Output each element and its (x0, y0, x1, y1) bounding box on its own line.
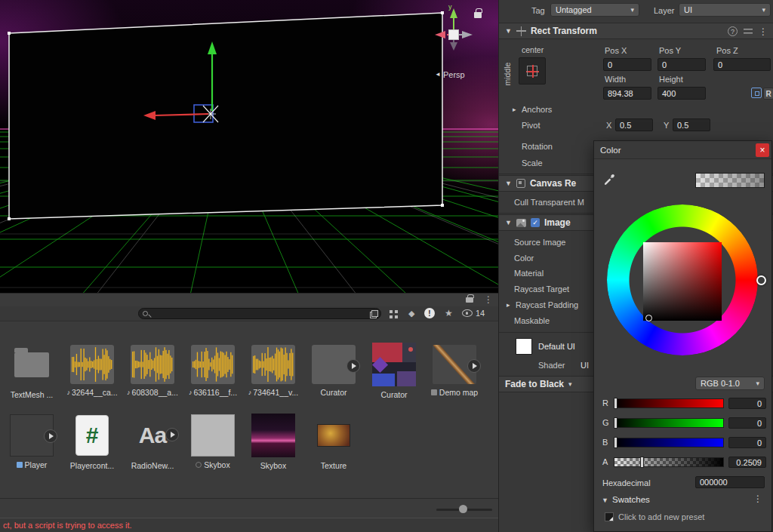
red-value-field[interactable]: 0 (728, 398, 766, 409)
pivot-y-field[interactable]: 0.5 (673, 118, 710, 131)
blue-value-field[interactable]: 0 (728, 437, 766, 448)
color-preview-swatch[interactable] (695, 173, 765, 188)
search-by-type-icon[interactable] (390, 310, 398, 318)
folder-icon (14, 352, 49, 377)
saturation-value-square[interactable] (643, 242, 722, 321)
console-error[interactable]: ct, but a script is trying to access it. (0, 518, 498, 532)
foldout-icon[interactable]: ▸ (507, 301, 510, 309)
foldout-icon[interactable]: ▸ (513, 106, 516, 113)
foldout-icon[interactable]: ▼ (602, 497, 608, 504)
alert-icon[interactable]: ! (424, 308, 435, 318)
new-preset-icon[interactable] (605, 512, 614, 521)
project-footer (0, 498, 498, 518)
anchor-vertical-label: middle (503, 59, 512, 89)
play-icon[interactable] (346, 359, 360, 373)
foldout-icon[interactable]: ▼ (505, 180, 512, 187)
favorites-icon[interactable]: ★ (445, 308, 453, 318)
asset-tile-audio[interactable]: ♪608308__a... (122, 343, 183, 412)
color-window-titlebar[interactable]: Color (594, 141, 771, 159)
tag-label: Tag (531, 6, 545, 15)
asset-tile-audio[interactable]: ♪636116__f... (183, 343, 243, 412)
blue-slider[interactable] (614, 438, 724, 447)
help-icon[interactable]: ? (728, 26, 738, 36)
kebab-menu-icon[interactable]: ⋮ (753, 494, 762, 503)
foldout-icon[interactable]: ▼ (505, 219, 512, 226)
rect-transform-header[interactable]: ▼ Rect Transform ? ⋮ (499, 23, 773, 39)
asset-tile-texture[interactable]: Texture (303, 414, 364, 483)
asset-label: 734641__v... (253, 388, 298, 397)
asset-label: Curator (380, 390, 407, 399)
pos-x-field[interactable]: 0 (603, 58, 651, 71)
slider-thumb[interactable] (614, 438, 617, 447)
asset-tile-audio[interactable]: ♪32644__ca... (62, 343, 122, 412)
scale-label: Scale (522, 158, 543, 168)
search-box[interactable] (138, 308, 381, 319)
asset-tile-folder[interactable]: TextMesh ... (2, 343, 62, 412)
width-field[interactable]: 894.38 (603, 87, 651, 100)
color-mode-dropdown[interactable]: RGB 0-1.0 ▾ (695, 377, 765, 390)
asset-tile-audio[interactable]: ♪734641__v... (243, 343, 303, 412)
asset-tile-script[interactable]: # Playercont... (62, 414, 122, 483)
asset-tile-text[interactable]: Aa RadioNew... (122, 414, 183, 483)
pos-x-label: Pos X (605, 46, 627, 55)
lock-icon[interactable] (466, 297, 473, 303)
width-label: Width (605, 75, 626, 84)
music-note-icon: ♪ (127, 389, 131, 396)
persp-mode-label[interactable]: ◄ Persp (435, 70, 465, 79)
blue-slider-row: B 0 (594, 437, 773, 449)
play-icon[interactable] (165, 428, 179, 441)
red-slider[interactable] (614, 398, 724, 408)
asset-tile-video[interactable]: Curator (303, 343, 364, 412)
kebab-menu-icon[interactable]: ⋮ (759, 27, 768, 36)
anchor-preset-button[interactable] (519, 57, 546, 85)
asset-label: RadioNew... (131, 461, 174, 470)
foldout-icon[interactable]: ▼ (505, 27, 512, 35)
chevron-down-icon: ▾ (568, 380, 572, 388)
height-field[interactable]: 400 (658, 87, 706, 100)
slider-thumb[interactable] (614, 398, 617, 408)
lock-icon[interactable] (474, 12, 482, 18)
layer-dropdown[interactable]: UI ▾ (679, 3, 771, 17)
image-thumbnail (372, 343, 416, 386)
close-icon[interactable]: × (756, 143, 769, 157)
raw-edit-mode-button[interactable]: R (763, 88, 773, 100)
hexadecimal-field[interactable]: 000000 (695, 476, 765, 488)
maskable-label: Maskable (514, 316, 550, 325)
ui-canvas-plane[interactable] (8, 11, 444, 220)
color-picker-window: Color × RGB 0-1.0 ▾ R 0 G 0 B (593, 140, 772, 532)
kebab-menu-icon[interactable]: ⋮ (484, 294, 493, 305)
pivot-x-field[interactable]: 0.5 (615, 118, 653, 131)
blueprint-mode-button[interactable] (751, 88, 762, 98)
pos-z-field[interactable]: 0 (713, 58, 771, 71)
alpha-value-field[interactable]: 0.2509 (728, 457, 766, 468)
component-enabled-checkbox[interactable]: ✓ (531, 218, 540, 227)
asset-tile-texture[interactable]: Skybox (243, 414, 303, 483)
asset-tile-scene[interactable]: Demo map (424, 343, 485, 412)
asset-tile-image[interactable]: Curator (364, 343, 424, 412)
material-label: Material (514, 269, 544, 278)
eyedropper-icon[interactable] (603, 171, 617, 185)
asset-tile-material[interactable]: Skybox (183, 414, 243, 483)
search-input[interactable] (152, 309, 375, 318)
alpha-slider[interactable] (614, 457, 724, 467)
thumbnail-zoom-knob[interactable] (459, 505, 467, 513)
open-search-window-icon[interactable] (370, 310, 378, 318)
slider-thumb[interactable] (641, 457, 643, 467)
play-icon[interactable] (44, 429, 57, 443)
anchors-label: Anchors (522, 105, 552, 114)
scene-view[interactable]: y ◄ Persp (0, 0, 498, 293)
tag-dropdown[interactable]: Untagged ▾ (550, 3, 639, 17)
color-label: Color (514, 254, 534, 263)
green-slider[interactable] (614, 418, 724, 428)
pos-y-field[interactable]: 0 (658, 58, 706, 71)
unity-editor: y ◄ Persp ⋮ ◆ ! ★ (0, 0, 773, 532)
play-icon[interactable] (467, 359, 481, 373)
search-by-label-icon[interactable]: ◆ (408, 309, 414, 318)
green-value-field[interactable]: 0 (728, 417, 766, 429)
presets-icon[interactable] (744, 27, 753, 35)
add-preset-hint[interactable]: Click to add new preset (618, 512, 704, 521)
visibility-eye-icon[interactable] (462, 309, 473, 317)
slider-thumb[interactable] (614, 418, 617, 428)
material-preview-swatch[interactable] (516, 338, 532, 355)
asset-tile-prefab[interactable]: Player (2, 414, 62, 483)
